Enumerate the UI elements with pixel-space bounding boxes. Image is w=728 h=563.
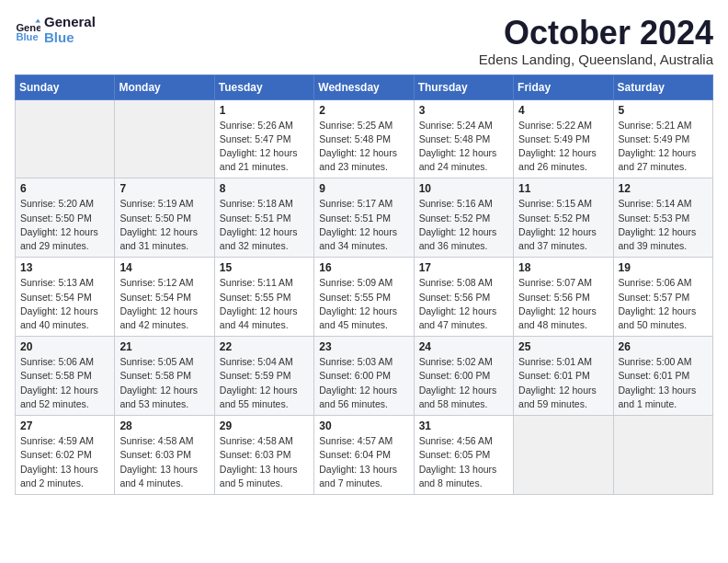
calendar-cell (514, 416, 613, 495)
calendar-header-row: SundayMondayTuesdayWednesdayThursdayFrid… (16, 75, 713, 99)
calendar-cell: 14Sunrise: 5:12 AM Sunset: 5:54 PM Dayli… (115, 258, 214, 337)
calendar-cell: 31Sunrise: 4:56 AM Sunset: 6:05 PM Dayli… (414, 416, 513, 495)
day-number: 20 (20, 340, 109, 353)
calendar-cell: 6Sunrise: 5:20 AM Sunset: 5:50 PM Daylig… (16, 178, 115, 258)
day-number: 1 (220, 104, 309, 117)
calendar-cell: 3Sunrise: 5:24 AM Sunset: 5:48 PM Daylig… (414, 99, 513, 178)
day-number: 4 (518, 104, 608, 117)
day-number: 12 (619, 182, 708, 195)
day-number: 18 (518, 261, 608, 274)
header-friday: Friday (514, 75, 613, 99)
day-number: 11 (518, 182, 608, 195)
calendar-cell (613, 416, 712, 495)
calendar-cell: 12Sunrise: 5:14 AM Sunset: 5:53 PM Dayli… (613, 178, 712, 258)
day-number: 23 (319, 340, 408, 353)
calendar-cell: 19Sunrise: 5:06 AM Sunset: 5:57 PM Dayli… (613, 258, 712, 337)
day-number: 16 (319, 261, 408, 274)
day-number: 6 (20, 182, 109, 195)
page-header: General Blue General Blue October 2024 E… (15, 15, 713, 67)
day-info: Sunrise: 4:58 AM Sunset: 6:03 PM Dayligh… (220, 434, 309, 490)
day-info: Sunrise: 5:20 AM Sunset: 5:50 PM Dayligh… (20, 197, 109, 253)
calendar-cell: 10Sunrise: 5:16 AM Sunset: 5:52 PM Dayli… (414, 178, 513, 258)
day-number: 26 (619, 340, 708, 353)
day-number: 9 (319, 182, 408, 195)
calendar-cell: 30Sunrise: 4:57 AM Sunset: 6:04 PM Dayli… (314, 416, 414, 495)
day-info: Sunrise: 5:19 AM Sunset: 5:50 PM Dayligh… (119, 197, 209, 253)
calendar-cell: 5Sunrise: 5:21 AM Sunset: 5:49 PM Daylig… (613, 99, 712, 178)
day-info: Sunrise: 5:12 AM Sunset: 5:54 PM Dayligh… (119, 276, 209, 332)
day-number: 10 (419, 182, 508, 195)
calendar-cell: 20Sunrise: 5:06 AM Sunset: 5:58 PM Dayli… (16, 337, 115, 416)
day-info: Sunrise: 5:08 AM Sunset: 5:56 PM Dayligh… (419, 276, 508, 332)
day-number: 2 (319, 104, 408, 117)
location-title: Edens Landing, Queensland, Australia (479, 52, 713, 67)
calendar-cell: 4Sunrise: 5:22 AM Sunset: 5:49 PM Daylig… (514, 99, 613, 178)
day-number: 28 (119, 419, 209, 432)
calendar-cell: 29Sunrise: 4:58 AM Sunset: 6:03 PM Dayli… (214, 416, 313, 495)
calendar-week-1: 1Sunrise: 5:26 AM Sunset: 5:47 PM Daylig… (16, 99, 713, 178)
calendar-cell: 21Sunrise: 5:05 AM Sunset: 5:58 PM Dayli… (115, 337, 214, 416)
calendar-week-2: 6Sunrise: 5:20 AM Sunset: 5:50 PM Daylig… (16, 178, 713, 258)
calendar-cell: 15Sunrise: 5:11 AM Sunset: 5:55 PM Dayli… (214, 258, 313, 337)
day-info: Sunrise: 5:09 AM Sunset: 5:55 PM Dayligh… (319, 276, 408, 332)
day-number: 3 (419, 104, 508, 117)
calendar-cell: 13Sunrise: 5:13 AM Sunset: 5:54 PM Dayli… (16, 258, 115, 337)
calendar-cell: 7Sunrise: 5:19 AM Sunset: 5:50 PM Daylig… (115, 178, 214, 258)
svg-text:Blue: Blue (16, 31, 38, 42)
calendar-cell: 18Sunrise: 5:07 AM Sunset: 5:56 PM Dayli… (514, 258, 613, 337)
calendar-table: SundayMondayTuesdayWednesdayThursdayFrid… (15, 75, 713, 495)
day-info: Sunrise: 5:26 AM Sunset: 5:47 PM Dayligh… (220, 119, 309, 175)
calendar-cell: 8Sunrise: 5:18 AM Sunset: 5:51 PM Daylig… (214, 178, 313, 258)
calendar-week-5: 27Sunrise: 4:59 AM Sunset: 6:02 PM Dayli… (16, 416, 713, 495)
day-info: Sunrise: 5:15 AM Sunset: 5:52 PM Dayligh… (518, 197, 608, 253)
calendar-week-4: 20Sunrise: 5:06 AM Sunset: 5:58 PM Dayli… (16, 337, 713, 416)
header-saturday: Saturday (613, 75, 712, 99)
day-info: Sunrise: 5:18 AM Sunset: 5:51 PM Dayligh… (220, 197, 309, 253)
day-info: Sunrise: 5:13 AM Sunset: 5:54 PM Dayligh… (20, 276, 109, 332)
day-info: Sunrise: 4:56 AM Sunset: 6:05 PM Dayligh… (419, 434, 508, 490)
header-tuesday: Tuesday (214, 75, 313, 99)
header-thursday: Thursday (414, 75, 513, 99)
logo: General Blue General Blue (15, 15, 96, 45)
day-number: 5 (619, 104, 708, 117)
day-number: 24 (419, 340, 508, 353)
calendar-cell: 9Sunrise: 5:17 AM Sunset: 5:51 PM Daylig… (314, 178, 414, 258)
day-info: Sunrise: 4:57 AM Sunset: 6:04 PM Dayligh… (319, 434, 408, 490)
title-block: October 2024 Edens Landing, Queensland, … (479, 15, 713, 67)
day-info: Sunrise: 5:16 AM Sunset: 5:52 PM Dayligh… (419, 197, 508, 253)
day-info: Sunrise: 5:02 AM Sunset: 6:00 PM Dayligh… (419, 355, 508, 411)
day-info: Sunrise: 4:58 AM Sunset: 6:03 PM Dayligh… (119, 434, 209, 490)
logo-line2: Blue (44, 30, 96, 46)
day-info: Sunrise: 5:24 AM Sunset: 5:48 PM Dayligh… (419, 119, 508, 175)
day-info: Sunrise: 5:06 AM Sunset: 5:58 PM Dayligh… (20, 355, 109, 411)
calendar-cell: 2Sunrise: 5:25 AM Sunset: 5:48 PM Daylig… (314, 99, 414, 178)
day-number: 19 (619, 261, 708, 274)
logo-icon: General Blue (15, 17, 40, 43)
day-info: Sunrise: 5:01 AM Sunset: 6:01 PM Dayligh… (518, 355, 608, 411)
calendar-cell: 27Sunrise: 4:59 AM Sunset: 6:02 PM Dayli… (16, 416, 115, 495)
calendar-cell: 24Sunrise: 5:02 AM Sunset: 6:00 PM Dayli… (414, 337, 513, 416)
day-info: Sunrise: 5:03 AM Sunset: 6:00 PM Dayligh… (319, 355, 408, 411)
day-number: 14 (119, 261, 209, 274)
calendar-week-3: 13Sunrise: 5:13 AM Sunset: 5:54 PM Dayli… (16, 258, 713, 337)
header-wednesday: Wednesday (314, 75, 414, 99)
day-info: Sunrise: 5:04 AM Sunset: 5:59 PM Dayligh… (220, 355, 309, 411)
day-number: 21 (119, 340, 209, 353)
day-number: 31 (419, 419, 508, 432)
calendar-cell: 26Sunrise: 5:00 AM Sunset: 6:01 PM Dayli… (613, 337, 712, 416)
day-info: Sunrise: 5:21 AM Sunset: 5:49 PM Dayligh… (619, 119, 708, 175)
day-number: 17 (419, 261, 508, 274)
calendar-cell (115, 99, 214, 178)
day-number: 30 (319, 419, 408, 432)
day-number: 29 (220, 419, 309, 432)
day-info: Sunrise: 5:07 AM Sunset: 5:56 PM Dayligh… (518, 276, 608, 332)
calendar-cell: 23Sunrise: 5:03 AM Sunset: 6:00 PM Dayli… (314, 337, 414, 416)
day-info: Sunrise: 5:22 AM Sunset: 5:49 PM Dayligh… (518, 119, 608, 175)
calendar-cell: 28Sunrise: 4:58 AM Sunset: 6:03 PM Dayli… (115, 416, 214, 495)
calendar-cell: 16Sunrise: 5:09 AM Sunset: 5:55 PM Dayli… (314, 258, 414, 337)
calendar-cell: 25Sunrise: 5:01 AM Sunset: 6:01 PM Dayli… (514, 337, 613, 416)
month-title: October 2024 (479, 15, 713, 52)
day-info: Sunrise: 5:05 AM Sunset: 5:58 PM Dayligh… (119, 355, 209, 411)
calendar-cell: 11Sunrise: 5:15 AM Sunset: 5:52 PM Dayli… (514, 178, 613, 258)
day-number: 15 (220, 261, 309, 274)
